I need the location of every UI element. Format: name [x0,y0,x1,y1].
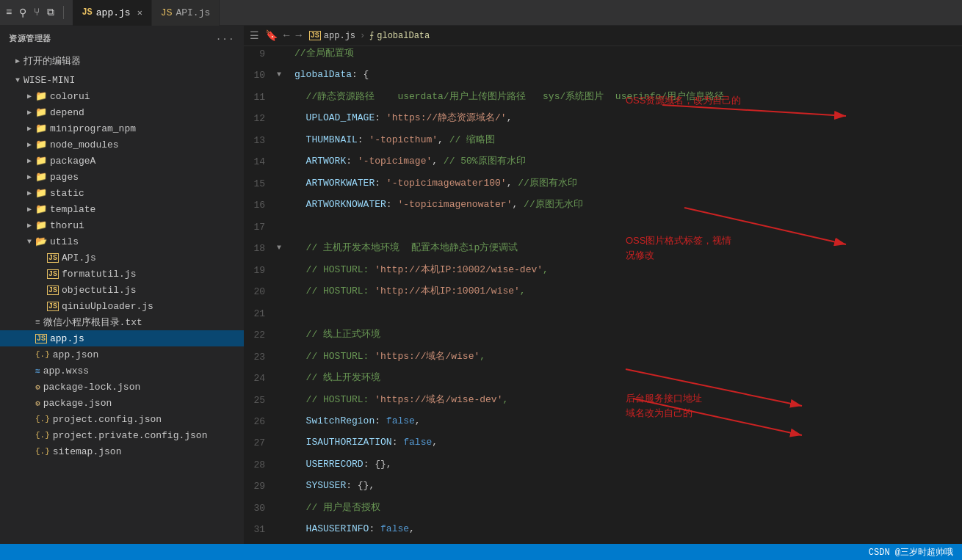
miniprogram-chevron: ▶ [23,124,35,133]
sidebar-item-qiniuuploader[interactable]: JS qiniuUploader.js [0,298,244,314]
sidebar-item-miniprogram-npm[interactable]: ▶ 📁 miniprogram_npm [0,120,244,137]
sidebar-item-projectprivate[interactable]: {.} project.private.config.json [0,427,244,443]
sidebar-item-colorui[interactable]: ▶ 📁 colorui [0,88,244,104]
utils-chevron: ▼ [23,238,35,246]
sidebar-item-template[interactable]: ▶ 📁 template [0,201,244,217]
thorui-folder-icon: 📁 [35,219,47,231]
projectprivate-file-icon: {.} [35,431,50,440]
code-line-25: 25 // HOSTURL: 'https://域名/wise-dev', [244,393,962,414]
source-control-icon[interactable]: ⑂ [34,7,40,18]
line-content-13: THUMBNAIL: '-topicthum', // 缩略图 [289,133,962,154]
breadcrumb-back-icon[interactable]: ← [283,29,289,42]
line-num-30: 30 [244,501,277,522]
utils-folder-icon: 📂 [35,236,47,247]
sidebar-item-thorui[interactable]: ▶ 📁 thorui [0,217,244,233]
breadcrumb-list-icon[interactable]: ☰ [250,29,259,42]
sidebar-item-appwxss[interactable]: ≋ app.wxss [0,363,244,379]
sidebar-item-sitemap[interactable]: {.} sitemap.json [0,443,244,459]
line-content-15: ARTWORKWATER: '-topicimagewater100', //原… [289,176,962,197]
line-content-11: //静态资源路径 userdata/用户上传图片路径 sys/系统图片 user… [289,90,962,111]
line-fold-30 [277,501,289,522]
title-bar: ≡ ⚲ ⑂ ⧉ JS app.js ✕ JS API.js [0,0,962,26]
line-fold-10[interactable]: ▼ [277,68,289,89]
line-content-14: ARTWORK: '-topicimage', // 50%原图有水印 [289,154,962,175]
project-header[interactable]: ▼ WISE-MINI [0,72,244,88]
packagea-chevron: ▶ [23,156,35,165]
tab-appjs-icon: JS [82,7,92,18]
packagea-folder-icon: 📁 [35,155,47,167]
tab-apijs[interactable]: JS API.js [152,0,220,26]
sidebar-item-node-modules[interactable]: ▶ 📁 node_modules [0,137,244,153]
breadcrumb-forward-icon[interactable]: → [295,29,301,42]
sidebar-item-packagelock[interactable]: ⚙ package-lock.json [0,379,244,395]
line-fold-31 [277,522,289,544]
line-fold-11 [277,90,289,111]
projectconfig-label: project.config.json [53,414,162,425]
sidebar-item-appjs[interactable]: JS app.js [0,330,244,346]
line-fold-19 [277,263,289,284]
line-num-11: 11 [244,90,277,111]
sidebar-item-formatutil[interactable]: JS formatutil.js [0,266,244,282]
sidebar-item-packagea[interactable]: ▶ 📁 packageA [0,153,244,169]
open-editors-header[interactable]: ▶ 打开的编辑器 [0,53,244,69]
line-content-20: // HOSTURL: 'http://本机IP:10001/wise', [289,284,962,305]
colorui-chevron: ▶ [23,92,35,101]
sidebar-item-depend[interactable]: ▶ 📁 depend [0,104,244,120]
sidebar-item-projectconfig[interactable]: {.} project.config.json [0,411,244,427]
sidebar-item-appjson[interactable]: {.} app.json [0,346,244,363]
line-fold-26 [277,414,289,435]
code-line-11: 11 //静态资源路径 userdata/用户上传图片路径 sys/系统图片 u… [244,90,962,111]
sidebar-item-packagejson[interactable]: ⚙ package.json [0,395,244,411]
code-line-18: 18 ▼ // 主机开发本地环境 配置本地静态ip方便调试 [244,241,962,262]
tab-appjs[interactable]: JS app.js ✕ [73,0,151,26]
appwxss-label: app.wxss [43,366,89,377]
line-num-22: 22 [244,327,277,349]
formatutil-label: formatutil.js [62,269,136,280]
tab-appjs-close[interactable]: ✕ [137,7,142,18]
breadcrumb-js-icon: JS [309,31,321,40]
line-num-16: 16 [244,197,277,219]
line-num-21: 21 [244,306,277,327]
menu-icon[interactable]: ≡ [6,7,12,18]
template-folder-icon: 📁 [35,203,47,215]
depend-chevron: ▶ [23,108,35,117]
sidebar-item-wxtxt[interactable]: ≡ 微信小程序根目录.txt [0,314,244,330]
tab-apijs-icon: JS [161,7,173,18]
code-line-16: 16 ARTWORKNOWATER: '-topicimagenowater',… [244,197,962,219]
code-line-22: 22 // 线上正式环境 [244,327,962,349]
code-line-29: 29 SYSUSER: {}, [244,479,962,500]
line-fold-9 [277,46,289,68]
line-fold-18[interactable]: ▼ [277,241,289,262]
line-num-26: 26 [244,414,277,435]
search-icon[interactable]: ⚲ [19,7,26,19]
sidebar-item-static[interactable]: ▶ 📁 static [0,185,244,201]
breadcrumb-bar: ☰ 🔖 ← → JS app.js › ⨍ globalData [244,26,962,46]
sidebar-item-utils[interactable]: ▼ 📂 utils [0,233,244,250]
line-num-29: 29 [244,479,277,500]
line-num-23: 23 [244,349,277,371]
sidebar-item-pages[interactable]: ▶ 📁 pages [0,169,244,185]
code-line-19: 19 // HOSTURL: 'http://本机IP:10002/wise-d… [244,263,962,284]
code-editor[interactable]: 9 //全局配置项 10 ▼ globalData: { 11 //静态资源路径… [244,46,962,544]
code-line-24: 24 // 线上开发环境 [244,371,962,392]
sidebar-item-apijs[interactable]: JS API.js [0,250,244,266]
title-bar-icons: ≡ ⚲ ⑂ ⧉ [6,7,54,19]
code-line-31: 31 HASUSERINFO: false, [244,522,962,544]
line-num-24: 24 [244,371,277,392]
status-text: CSDN @三岁时超帅哦 [869,546,953,559]
objectutil-label: objectutil.js [62,285,136,296]
sidebar-item-objectutil[interactable]: JS objectutil.js [0,282,244,298]
copy-icon[interactable]: ⧉ [47,7,54,18]
code-line-23: 23 // HOSTURL: 'https://域名/wise', [244,349,962,371]
breadcrumb-bookmark-icon[interactable]: 🔖 [265,29,278,42]
line-num-18: 18 [244,241,277,262]
line-content-12: UPLOAD_IMAGE: 'https://静态资源域名/', [289,111,962,132]
code-line-21: 21 [244,306,962,327]
project-section: ▼ WISE-MINI ▶ 📁 colorui ▶ 📁 depend ▶ [0,70,244,461]
line-content-25: // HOSTURL: 'https://域名/wise-dev', [289,393,962,414]
sidebar-dots[interactable]: ··· [216,34,235,43]
sidebar-title: 资源管理器 [9,33,51,44]
tab-appjs-label: app.js [96,7,131,18]
editor-area: ☰ 🔖 ← → JS app.js › ⨍ globalData 9 [244,26,962,544]
line-content-31: HASUSERINFO: false, [289,522,962,544]
